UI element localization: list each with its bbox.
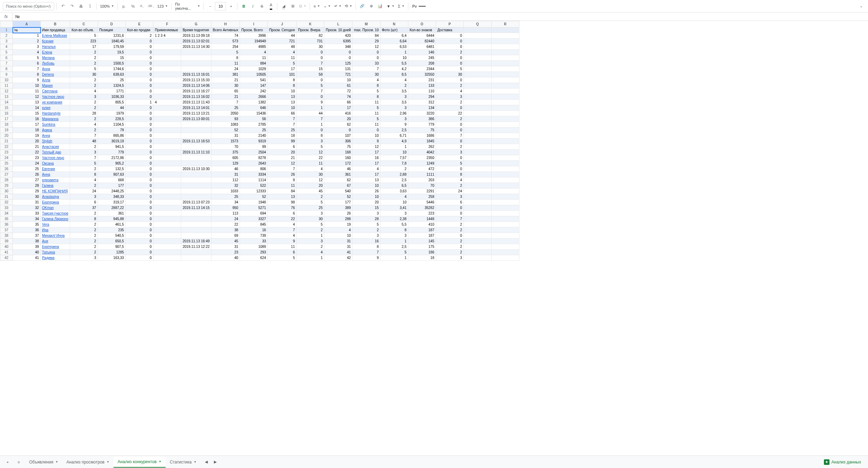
cell-R25[interactable] <box>491 161 519 166</box>
cell-C21[interactable]: 48 <box>70 139 98 144</box>
cell-N26[interactable]: 2 <box>380 166 408 172</box>
cell-R10[interactable] <box>491 77 519 83</box>
cell-I1[interactable]: Просм. Всего <box>240 27 268 33</box>
cell-K19[interactable]: 0 <box>297 127 324 133</box>
cell-N28[interactable]: 2,5 <box>380 177 408 183</box>
cell-J40[interactable]: 11 <box>268 244 297 250</box>
link-button[interactable]: 🔗 <box>358 2 366 10</box>
cell-D39[interactable]: 650,5 <box>98 239 125 244</box>
row-header-3[interactable]: 3 <box>0 39 13 44</box>
cell-H40[interactable]: 31 <box>211 244 240 250</box>
cell-P35[interactable]: 7 <box>436 216 464 222</box>
row-header-31[interactable]: 31 <box>0 194 13 200</box>
cell-E2[interactable]: 2 <box>125 33 153 39</box>
cell-M14[interactable]: 11 <box>352 100 380 105</box>
cell-L39[interactable]: 31 <box>324 239 352 244</box>
cell-B36[interactable]: Vera <box>41 222 70 227</box>
cell-B40[interactable]: Екатерина <box>41 244 70 250</box>
cell-R5[interactable] <box>491 50 519 55</box>
cell-J42[interactable]: 5 <box>268 255 297 261</box>
sheet-tab-0[interactable]: Объявления▼ <box>25 457 62 468</box>
cell-L14[interactable]: 66 <box>324 100 352 105</box>
cell-P7[interactable]: 0 <box>436 61 464 66</box>
cell-G39[interactable]: 2019.11.13 16:49 <box>181 239 211 244</box>
cell-P23[interactable]: 3 <box>436 150 464 155</box>
cell-M5[interactable]: 0 <box>352 50 380 55</box>
cell-A22[interactable]: 21 <box>13 144 41 150</box>
cell-P24[interactable]: 0 <box>436 155 464 161</box>
cell-L18[interactable]: 62 <box>324 122 352 127</box>
cell-O8[interactable]: 2344 <box>408 66 436 72</box>
cell-I4[interactable]: 4985 <box>240 44 268 50</box>
cell-E25[interactable]: 0 <box>125 161 153 166</box>
cell-E24[interactable]: 0 <box>125 155 153 161</box>
cell-D30[interactable]: 2448,25 <box>98 189 125 194</box>
cell-C25[interactable]: 5 <box>70 161 98 166</box>
cell-J15[interactable]: 10 <box>268 105 297 111</box>
cell-M36[interactable]: 5 <box>352 222 380 227</box>
cell-M11[interactable]: 8 <box>352 83 380 89</box>
cell-H2[interactable]: 74 <box>211 33 240 39</box>
cell-A39[interactable]: 38 <box>13 239 41 244</box>
cell-B15[interactable]: юлия <box>41 105 70 111</box>
cell-D34[interactable]: 361 <box>98 211 125 216</box>
cell-H15[interactable]: 25 <box>211 105 240 111</box>
cell-D6[interactable]: 15 <box>98 55 125 61</box>
font-select[interactable]: По умолча...▼ <box>174 2 201 10</box>
cell-K42[interactable]: 1 <box>297 255 324 261</box>
cell-P8[interactable]: 5 <box>436 66 464 72</box>
cell-I42[interactable]: 624 <box>240 255 268 261</box>
cell-N7[interactable]: 5,5 <box>380 61 408 66</box>
cell-N29[interactable]: 6,5 <box>380 183 408 189</box>
cell-J8[interactable]: 17 <box>268 66 297 72</box>
cell-K11[interactable]: 5 <box>297 83 324 89</box>
cell-Q18[interactable] <box>464 122 491 127</box>
cell-G27[interactable] <box>181 172 211 177</box>
cell-F40[interactable] <box>153 244 181 250</box>
cell-P5[interactable]: 2 <box>436 50 464 55</box>
cell-L9[interactable]: 721 <box>324 72 352 77</box>
cell-Q21[interactable] <box>464 139 491 144</box>
cell-R19[interactable] <box>491 127 519 133</box>
cell-N33[interactable]: 3,41 <box>380 205 408 211</box>
cell-Q10[interactable] <box>464 77 491 83</box>
cell-H42[interactable]: 40 <box>211 255 240 261</box>
cell-K7[interactable]: 7 <box>297 61 324 66</box>
cell-H14[interactable]: 7 <box>211 100 240 105</box>
cell-K2[interactable]: 82 <box>297 33 324 39</box>
cell-B30[interactable]: НЕ КОМПАНИЯ <box>41 189 70 194</box>
cell-R3[interactable] <box>491 39 519 44</box>
cell-B25[interactable]: Оксана <box>41 161 70 166</box>
cell-J34[interactable]: 6 <box>268 211 297 216</box>
cell-C14[interactable]: 2 <box>70 100 98 105</box>
cell-G5[interactable] <box>181 50 211 55</box>
cell-P26[interactable]: 0 <box>436 166 464 172</box>
cell-B28[interactable]: елизавета <box>41 177 70 183</box>
cell-O29[interactable]: 70 <box>408 183 436 189</box>
cell-J21[interactable]: 99 <box>268 139 297 144</box>
cell-H13[interactable]: 21 <box>211 94 240 100</box>
cell-N5[interactable]: 1 <box>380 50 408 55</box>
cell-C29[interactable]: 2 <box>70 183 98 189</box>
cell-M16[interactable]: 11 <box>352 111 380 116</box>
zoom-select[interactable]: 100%▼ <box>99 2 115 10</box>
cell-I33[interactable]: 5271 <box>240 205 268 211</box>
cell-A21[interactable]: 20 <box>13 139 41 144</box>
cell-O37[interactable]: 187 <box>408 227 436 233</box>
col-header-J[interactable]: J <box>268 21 297 27</box>
cell-D29[interactable]: 177 <box>98 183 125 189</box>
cell-P38[interactable]: 0 <box>436 233 464 239</box>
cell-F15[interactable] <box>153 105 181 111</box>
cell-K23[interactable]: 12 <box>297 150 324 155</box>
cell-I13[interactable]: 2666 <box>240 94 268 100</box>
cell-B39[interactable]: Аня <box>41 239 70 244</box>
cell-E23[interactable]: 0 <box>125 150 153 155</box>
chart-button[interactable]: 📊 <box>376 2 384 10</box>
cell-P25[interactable]: 5 <box>436 161 464 166</box>
col-header-D[interactable]: D <box>98 21 125 27</box>
cell-N16[interactable]: 2,96 <box>380 111 408 116</box>
cell-Q12[interactable] <box>464 89 491 94</box>
cell-I22[interactable]: 99 <box>240 144 268 150</box>
cell-L7[interactable]: 125 <box>324 61 352 66</box>
row-header-24[interactable]: 24 <box>0 155 13 161</box>
